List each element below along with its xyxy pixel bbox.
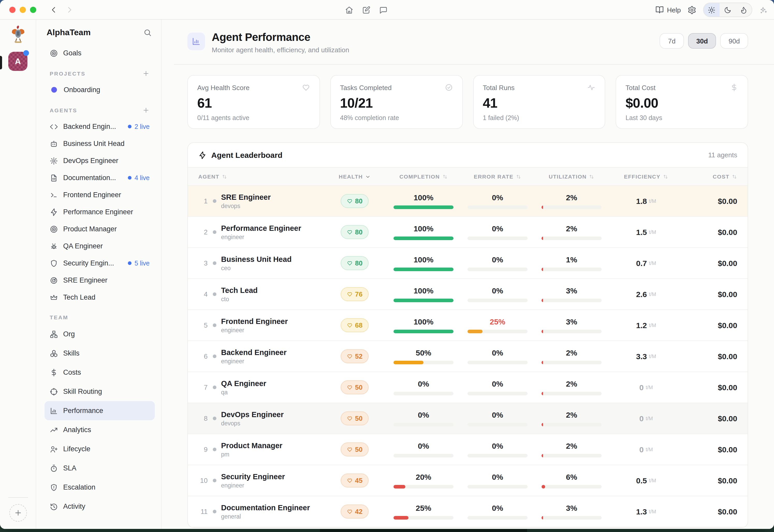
- chat-button[interactable]: [379, 5, 388, 14]
- sidebar-item-analytics[interactable]: Analytics: [45, 420, 155, 439]
- column-header-error-rate[interactable]: ERROR RATE: [462, 173, 533, 180]
- range-7d-button[interactable]: 7d: [660, 33, 684, 49]
- sidebar-item-performance-engineer[interactable]: Performance Engineer: [45, 203, 155, 220]
- sidebar-item-security-engin[interactable]: Security Engin...5 live: [45, 255, 155, 272]
- rank: 9: [198, 446, 208, 453]
- table-row[interactable]: 8DevOps Engineerdevops500%0%2%0t/M$0.00: [188, 403, 748, 434]
- add-agents-button[interactable]: [142, 107, 150, 114]
- sidebar-item-business-unit-head[interactable]: Business Unit Head: [45, 135, 155, 152]
- column-header-cost[interactable]: COST: [682, 173, 737, 180]
- table-row[interactable]: 7QA Engineerqa500%0%2%0t/M$0.00: [188, 372, 748, 403]
- range-30d-button[interactable]: 30d: [688, 33, 716, 49]
- table-row[interactable]: 5Frontend Engineerengineer68100%25%3%1.2…: [188, 310, 748, 341]
- rank: 10: [198, 477, 208, 484]
- sidebar-item-frontend-engineer[interactable]: Frontend Engineer: [45, 186, 155, 203]
- sidebar-item-skills[interactable]: Skills: [45, 344, 155, 363]
- help-button[interactable]: Help: [656, 6, 681, 14]
- error-rate-cell: 0%: [462, 224, 533, 240]
- agent-name: SRE Engineer: [221, 193, 271, 201]
- page-title: Agent Performance: [212, 31, 349, 43]
- column-header-completion[interactable]: COMPLETION: [385, 173, 462, 180]
- sidebar-item-label: Skill Routing: [63, 388, 102, 395]
- minimize-button[interactable]: [20, 6, 26, 13]
- team-name: AlphaTeam: [47, 28, 91, 37]
- flame-icon: [740, 6, 748, 14]
- home-button[interactable]: [345, 5, 353, 14]
- sidebar-item-org[interactable]: Org: [45, 324, 155, 344]
- theme-light-button[interactable]: [704, 3, 720, 17]
- health-badge: 80: [341, 194, 369, 208]
- sidebar-item-performance[interactable]: Performance: [45, 401, 155, 420]
- heart-icon: [347, 416, 352, 421]
- table-row[interactable]: 10Security Engineerengineer4520%0%6%0.5t…: [188, 465, 748, 496]
- utilization-cell: 2%: [533, 193, 610, 209]
- table-row[interactable]: 11Documentation Engineergeneral4225%0%3%…: [188, 496, 748, 527]
- desktop: Help: [0, 0, 774, 532]
- agent-role: engineer: [221, 327, 288, 333]
- table-row[interactable]: 2Performance Engineerengineer80100%0%2%1…: [188, 217, 748, 248]
- forward-button[interactable]: [65, 5, 73, 14]
- column-header-efficiency[interactable]: EFFICIENCY: [610, 173, 682, 180]
- completion-cell: 0%: [385, 379, 462, 395]
- sidebar-item-costs[interactable]: Costs: [45, 363, 155, 382]
- sidebar-item-escalation[interactable]: Escalation: [45, 478, 155, 497]
- close-button[interactable]: [9, 6, 16, 13]
- sidebar-item-lifecycle[interactable]: Lifecycle: [45, 439, 155, 459]
- zoom-button[interactable]: [30, 6, 36, 13]
- completion-cell: 20%: [385, 472, 462, 489]
- utilization-cell: 2%: [533, 224, 610, 240]
- sidebar-item-onboarding[interactable]: Onboarding: [45, 81, 155, 98]
- sidebar-item-product-manager[interactable]: Product Manager: [45, 220, 155, 238]
- compose-button[interactable]: [362, 5, 371, 14]
- page-icon: [187, 33, 205, 50]
- column-header-utilization[interactable]: UTILIZATION: [533, 173, 610, 180]
- sun-icon: [708, 6, 716, 14]
- add-workspace-button[interactable]: [9, 504, 27, 522]
- table-row[interactable]: 3Business Unit Headceo80100%0%1%0.7t/M$0…: [188, 248, 748, 279]
- sidebar-item-qa-engineer[interactable]: QA Engineer: [45, 238, 155, 255]
- theme-switcher: [703, 3, 752, 17]
- terminal-icon: [50, 191, 58, 199]
- sparkles-button[interactable]: [759, 5, 768, 14]
- stat-label: Total Cost: [626, 84, 656, 91]
- range-90d-button[interactable]: 90d: [720, 33, 748, 49]
- target-icon: [50, 49, 58, 57]
- table-row[interactable]: 4Tech Leadcto76100%0%3%2.6t/M$0.00: [188, 279, 748, 310]
- settings-button[interactable]: [688, 5, 696, 14]
- search-icon[interactable]: [143, 28, 152, 37]
- sidebar-item-tech-lead[interactable]: Tech Lead: [45, 289, 155, 306]
- table-row[interactable]: 9Product Managerpm500%0%2%0t/M$0.00: [188, 434, 748, 465]
- back-button[interactable]: [50, 5, 58, 14]
- sidebar-item-backend-engin[interactable]: Backend Engin...2 live: [45, 118, 155, 135]
- rank: 1: [198, 197, 208, 205]
- column-header-agent[interactable]: AGENT: [198, 173, 324, 180]
- table-row[interactable]: 1SRE Engineerdevops80100%0%2%1.8t/M$0.00: [188, 186, 748, 217]
- efficiency-cell: 0t/M: [610, 383, 682, 392]
- theme-dark-button[interactable]: [720, 3, 736, 17]
- cost-cell: $0.00: [682, 321, 737, 330]
- add-projects-button[interactable]: [142, 70, 150, 77]
- sidebar-item-sla[interactable]: SLA: [45, 459, 155, 478]
- sort-icon: [589, 174, 594, 179]
- sidebar-item-sre-engineer[interactable]: SRE Engineer: [45, 272, 155, 289]
- sidebar-item-skill-routing[interactable]: Skill Routing: [45, 382, 155, 401]
- sidebar-item-documentation[interactable]: Documentation...4 live: [45, 169, 155, 186]
- page-subtitle: Monitor agent health, efficiency, and ut…: [212, 46, 349, 54]
- table-header: AGENTHEALTHCOMPLETIONERROR RATEUTILIZATI…: [188, 167, 748, 186]
- workspace-avatar[interactable]: A: [8, 52, 27, 71]
- table-row[interactable]: 6Backend Engineerengineer5250%0%2%3.3t/M…: [188, 341, 748, 372]
- sidebar-item-goals[interactable]: Goals: [45, 45, 155, 62]
- error-rate-cell: 0%: [462, 504, 533, 520]
- stat-sub: 0/11 agents active: [197, 114, 310, 122]
- completion-cell: 25%: [385, 504, 462, 520]
- sidebar-item-activity[interactable]: Activity: [45, 497, 155, 516]
- column-header-health[interactable]: HEALTH: [324, 173, 385, 180]
- heart-icon: [347, 509, 352, 514]
- cost-cell: $0.00: [682, 383, 737, 392]
- code-icon: [50, 122, 58, 131]
- agent-role: cto: [221, 296, 257, 302]
- compose-icon: [362, 5, 371, 14]
- sidebar-item-devops-engineer[interactable]: DevOps Engineer: [45, 152, 155, 169]
- efficiency-cell: 0t/M: [610, 414, 682, 423]
- theme-flame-button[interactable]: [736, 3, 752, 17]
